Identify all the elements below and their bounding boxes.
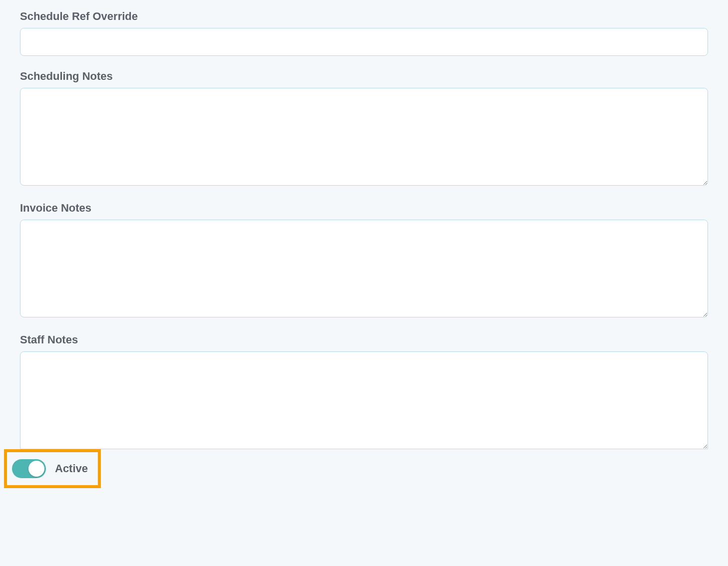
- schedule-ref-override-label: Schedule Ref Override: [20, 10, 708, 23]
- staff-notes-input[interactable]: [20, 351, 708, 449]
- active-toggle-container: Active: [4, 449, 101, 488]
- schedule-ref-override-input[interactable]: [20, 28, 708, 56]
- invoice-notes-input[interactable]: [20, 220, 708, 317]
- active-toggle-label: Active: [55, 462, 88, 475]
- staff-notes-group: Staff Notes: [20, 333, 708, 451]
- scheduling-notes-group: Scheduling Notes: [20, 70, 708, 188]
- scheduling-notes-input[interactable]: [20, 88, 708, 186]
- active-toggle[interactable]: [12, 459, 46, 478]
- scheduling-notes-label: Scheduling Notes: [20, 70, 708, 83]
- invoice-notes-group: Invoice Notes: [20, 202, 708, 319]
- invoice-notes-label: Invoice Notes: [20, 202, 708, 215]
- staff-notes-label: Staff Notes: [20, 333, 708, 346]
- schedule-ref-override-group: Schedule Ref Override: [20, 10, 708, 56]
- active-toggle-highlight: Active: [4, 449, 708, 488]
- toggle-knob-icon: [28, 461, 44, 477]
